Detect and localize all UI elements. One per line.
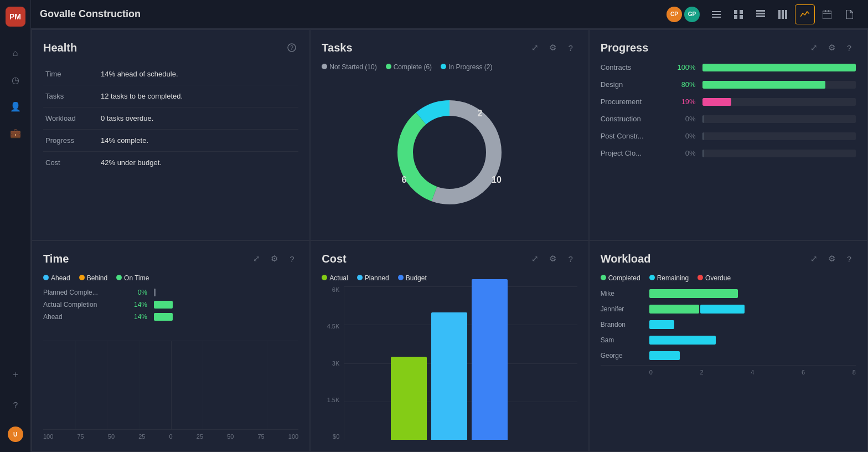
avatar-cp[interactable]: CP <box>666 7 682 22</box>
time-chart-area <box>43 341 298 429</box>
time-legend: Ahead Behind On Time <box>43 274 298 282</box>
legend-completed: Completed <box>601 274 640 282</box>
grid-view-button[interactable] <box>728 4 748 24</box>
workload-expand-icon[interactable]: ⤢ <box>807 252 820 265</box>
app-logo[interactable]: PM <box>6 7 25 27</box>
time-pct-actual: 14% <box>125 301 147 309</box>
tasks-expand-icon[interactable]: ⤢ <box>529 41 542 54</box>
workload-settings-icon[interactable]: ⚙ <box>825 252 838 265</box>
legend-on-time: On Time <box>116 274 149 282</box>
progress-pct-procurement: 19% <box>674 97 696 106</box>
health-help-icon[interactable]: ? <box>285 41 298 54</box>
workload-label-mike: Mike <box>601 290 645 297</box>
sidebar-item-recent[interactable]: ◷ <box>6 70 25 90</box>
progress-expand-icon[interactable]: ⤢ <box>807 41 820 54</box>
sidebar-item-help[interactable]: ？ <box>6 396 25 415</box>
progress-help-icon[interactable]: ? <box>843 41 856 54</box>
time-row-ahead: Ahead 14% <box>43 313 298 321</box>
workload-label-brandon: Brandon <box>601 321 645 328</box>
sidebar-item-portfolio[interactable]: 💼 <box>6 123 25 143</box>
health-panel-icons: ? <box>285 41 298 54</box>
table-view-button[interactable] <box>751 4 771 24</box>
progress-bar-construction <box>702 115 856 123</box>
legend-in-progress: In Progress (2) <box>441 63 492 71</box>
time-expand-icon[interactable]: ⤢ <box>250 252 263 265</box>
cost-title: Cost <box>322 253 528 265</box>
time-bar-planned <box>154 289 156 296</box>
progress-row-projectclose: Project Clo... 0% <box>601 149 856 157</box>
progress-row-contracts: Contracts 100% <box>601 63 856 71</box>
list-view-button[interactable] <box>706 4 726 24</box>
sidebar-item-people[interactable]: 👤 <box>6 96 25 116</box>
progress-rows: Contracts 100% Design 80% Procuremen <box>601 63 856 157</box>
progress-title: Progress <box>601 42 807 54</box>
svg-rect-7 <box>756 10 765 12</box>
cost-settings-icon[interactable]: ⚙ <box>546 252 560 265</box>
time-label-ahead: Ahead <box>43 313 121 321</box>
tasks-panel-icons: ⤢ ⚙ ? <box>529 41 577 54</box>
page-title: Govalle Construction <box>40 8 660 20</box>
calendar-view-button[interactable] <box>817 4 837 24</box>
health-panel: Health ? Time 14% ahead of schedule. Tas… <box>32 29 310 240</box>
progress-pct-contracts: 100% <box>674 63 696 71</box>
progress-header: Progress ⤢ ⚙ ? <box>601 41 856 54</box>
workload-legend: Completed Remaining Overdue <box>601 274 856 282</box>
progress-label-contracts: Contracts <box>601 63 667 71</box>
cost-y-1k5: 1.5K <box>322 397 339 403</box>
time-help-icon[interactable]: ? <box>285 252 298 265</box>
donut-label-complete: 6 <box>402 175 407 184</box>
time-settings-icon[interactable]: ⚙ <box>267 252 281 265</box>
workload-help-icon[interactable]: ? <box>843 252 856 265</box>
workload-row-jennifer: Jennifer <box>601 304 856 314</box>
workload-bar-jennifer-remaining <box>700 305 745 314</box>
avatar-gp[interactable]: GP <box>684 7 700 22</box>
time-label-actual: Actual Completion <box>43 301 121 309</box>
time-bar-actual <box>154 301 173 309</box>
cost-expand-icon[interactable]: ⤢ <box>529 252 542 265</box>
tasks-settings-icon[interactable]: ⚙ <box>546 41 560 54</box>
time-pct-ahead: 14% <box>125 313 147 321</box>
legend-overdue: Overdue <box>698 274 731 282</box>
time-row-planned: Planned Comple... 0% <box>43 289 298 296</box>
workload-bar-mike-completed <box>649 289 738 298</box>
main-content: Govalle Construction CP GP <box>31 0 868 452</box>
tasks-panel: Tasks ⤢ ⚙ ? Not Started (10) Complete (6… <box>310 29 588 240</box>
time-header: Time ⤢ ⚙ ? <box>43 252 298 265</box>
cost-y-axis: 6K 4.5K 3K 1.5K $0 <box>322 286 344 440</box>
donut-chart: 2 6 10 <box>322 75 577 229</box>
dashboard-grid: Health ? Time 14% ahead of schedule. Tas… <box>31 29 868 452</box>
file-view-button[interactable] <box>839 4 859 24</box>
time-panel: Time ⤢ ⚙ ? Ahead Behind On Time Planned … <box>32 240 310 451</box>
cost-help-icon[interactable]: ? <box>564 252 577 265</box>
workload-bars-george <box>649 351 680 361</box>
svg-rect-9 <box>756 16 765 17</box>
cost-y-3k: 3K <box>322 360 339 367</box>
sidebar-item-home[interactable]: ⌂ <box>6 43 25 63</box>
time-pct-planned: 0% <box>125 289 147 296</box>
workload-header: Workload ⤢ ⚙ ? <box>601 252 856 265</box>
svg-rect-6 <box>740 15 743 19</box>
time-bar-ahead <box>154 313 173 321</box>
sidebar: PM ⌂ ◷ 👤 💼 ＋ ？ U <box>0 0 31 452</box>
cost-bar-budget <box>472 279 508 440</box>
sidebar-item-add[interactable]: ＋ <box>6 364 25 384</box>
workload-panel: Workload ⤢ ⚙ ? Completed Remaining Overd… <box>589 240 867 451</box>
legend-remaining: Remaining <box>649 274 689 282</box>
cost-bar-actual <box>391 357 427 440</box>
progress-settings-icon[interactable]: ⚙ <box>825 41 838 54</box>
chart-view-button[interactable] <box>795 4 815 24</box>
workload-bars-jennifer <box>649 304 745 314</box>
health-value-workload: 0 tasks overdue. <box>99 107 298 130</box>
sidebar-bottom: ＋ ？ U <box>6 361 25 445</box>
legend-not-started: Not Started (10) <box>322 63 376 71</box>
workload-bar-george-remaining <box>649 351 680 360</box>
sidebar-item-user[interactable]: U <box>8 427 23 442</box>
workload-label-sam: Sam <box>601 336 645 344</box>
workload-bars-sam <box>649 335 716 345</box>
cost-y-6k: 6K <box>322 286 339 293</box>
tasks-help-icon[interactable]: ? <box>564 41 577 54</box>
time-rows: Planned Comple... 0% Actual Completion 1… <box>43 289 298 321</box>
board-view-button[interactable] <box>773 4 793 24</box>
cost-header: Cost ⤢ ⚙ ? <box>322 252 577 265</box>
svg-rect-2 <box>712 17 721 18</box>
